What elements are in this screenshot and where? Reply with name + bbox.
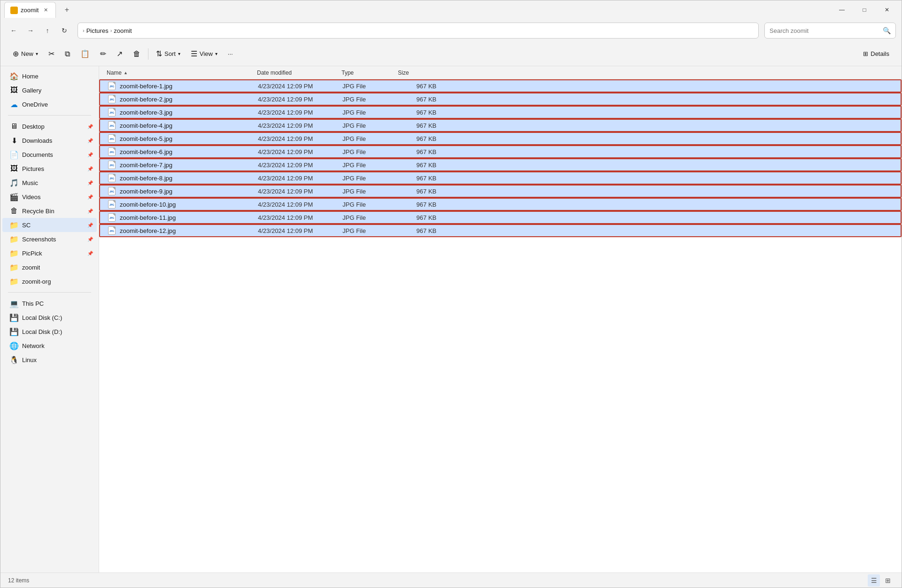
details-button[interactable]: ⊞ Details <box>858 46 894 62</box>
view-button[interactable]: ☰ View ▾ <box>186 46 222 62</box>
sidebar-item-gallery[interactable]: 🖼 Gallery <box>2 83 97 97</box>
file-name-text: zoomit-before-9.jpg <box>120 188 172 195</box>
file-name-text: zoomit-before-2.jpg <box>120 96 172 103</box>
sidebar-item-network[interactable]: 🌐 Network <box>2 339 97 353</box>
file-date-cell: 4/23/2024 12:09 PM <box>258 135 342 142</box>
new-button[interactable]: ⊕ New ▾ <box>8 46 43 62</box>
column-size[interactable]: Size <box>398 70 445 76</box>
refresh-button[interactable]: ↻ <box>57 23 72 38</box>
file-name-text: zoomit-before-12.jpg <box>120 227 176 234</box>
new-tab-button[interactable]: + <box>60 3 74 17</box>
rename-button[interactable]: ✏ <box>95 46 111 62</box>
sidebar-item-screenshots[interactable]: 📁 Screenshots 📌 <box>2 232 97 246</box>
breadcrumb-pictures[interactable]: Pictures <box>86 27 109 34</box>
list-view-button[interactable]: ☰ <box>868 574 880 587</box>
sidebar-item-recyclebin[interactable]: 🗑 Recycle Bin 📌 <box>2 204 97 218</box>
documents-icon: 📄 <box>10 150 18 159</box>
column-type[interactable]: Type <box>342 70 398 76</box>
sidebar-label-localc: Local Disk (C:) <box>22 314 62 321</box>
table-row[interactable]: JPG zoomit-before-10.jpg 4/23/2024 12:09… <box>99 198 902 211</box>
sidebar-item-localc[interactable]: 💾 Local Disk (C:) <box>2 310 97 325</box>
table-row[interactable]: JPG zoomit-before-6.jpg 4/23/2024 12:09 … <box>99 145 902 158</box>
downloads-icon: ⬇ <box>10 136 18 145</box>
file-size-cell: 967 KB <box>399 135 446 142</box>
sidebar-item-thispc[interactable]: 💻 This PC <box>2 296 97 310</box>
table-row[interactable]: JPG zoomit-before-3.jpg 4/23/2024 12:09 … <box>99 106 902 119</box>
toolbar-separator <box>148 48 148 60</box>
search-bar[interactable]: 🔍 <box>764 23 896 39</box>
sidebar-item-home[interactable]: 🏠 Home <box>2 69 97 83</box>
sidebar-item-linux[interactable]: 🐧 Linux <box>2 353 97 367</box>
up-button[interactable]: ↑ <box>40 23 55 38</box>
column-name[interactable]: Name ▲ <box>107 70 257 76</box>
grid-view-button[interactable]: ⊞ <box>882 574 894 587</box>
sidebar-item-picpick[interactable]: 📁 PicPick 📌 <box>2 246 97 260</box>
delete-button[interactable]: 🗑 <box>128 46 145 62</box>
file-type-cell: JPG File <box>342 109 399 116</box>
copy-button[interactable]: ⧉ <box>60 46 75 62</box>
table-row[interactable]: JPG zoomit-before-7.jpg 4/23/2024 12:09 … <box>99 158 902 171</box>
sidebar-item-documents[interactable]: 📄 Documents 📌 <box>2 147 97 162</box>
share-button[interactable]: ↗ <box>112 46 127 62</box>
breadcrumb-bar[interactable]: › Pictures › zoomit <box>78 23 759 39</box>
item-count: 12 items <box>8 577 29 584</box>
sidebar-label-pictures: Pictures <box>22 165 44 172</box>
pin-icon-desktop: 📌 <box>87 124 93 129</box>
file-date-cell: 4/23/2024 12:09 PM <box>258 122 342 129</box>
view-label: View <box>200 50 213 57</box>
sidebar-label-zoomit-org: zoomit-org <box>22 278 51 285</box>
close-button[interactable]: ✕ <box>876 2 898 17</box>
forward-button[interactable]: → <box>23 23 38 38</box>
recyclebin-icon: 🗑 <box>10 207 18 215</box>
cut-button[interactable]: ✂ <box>44 46 59 62</box>
paste-button[interactable]: 📋 <box>76 46 94 62</box>
sidebar-item-videos[interactable]: 🎬 Videos 📌 <box>2 190 97 204</box>
table-row[interactable]: JPG zoomit-before-1.jpg 4/23/2024 12:09 … <box>99 79 902 93</box>
more-button[interactable]: ··· <box>223 46 238 62</box>
table-row[interactable]: JPG zoomit-before-9.jpg 4/23/2024 12:09 … <box>99 185 902 198</box>
tab-close-button[interactable]: ✕ <box>41 6 50 15</box>
table-row[interactable]: JPG zoomit-before-12.jpg 4/23/2024 12:09… <box>99 224 902 237</box>
file-date-cell: 4/23/2024 12:09 PM <box>258 148 342 155</box>
breadcrumb-zoomit: zoomit <box>114 27 132 34</box>
music-icon: 🎵 <box>10 178 18 187</box>
file-name-text: zoomit-before-5.jpg <box>120 135 172 142</box>
sidebar-item-zoomit-org[interactable]: 📁 zoomit-org <box>2 274 97 288</box>
sidebar-label-home: Home <box>22 73 39 80</box>
sidebar-item-onedrive[interactable]: ☁ OneDrive <box>2 97 97 111</box>
search-input[interactable] <box>770 27 880 34</box>
window-controls: — □ ✕ <box>831 2 898 17</box>
file-date-cell: 4/23/2024 12:09 PM <box>258 201 342 208</box>
table-row[interactable]: JPG zoomit-before-4.jpg 4/23/2024 12:09 … <box>99 119 902 132</box>
toolbar: ⊕ New ▾ ✂ ⧉ 📋 ✏ ↗ 🗑 ⇅ Sort ▾ ☰ View <box>0 42 902 66</box>
sidebar-item-locald[interactable]: 💾 Local Disk (D:) <box>2 325 97 339</box>
sidebar-item-desktop[interactable]: 🖥 Desktop 📌 <box>2 119 97 133</box>
file-name-text: zoomit-before-7.jpg <box>120 162 172 169</box>
sidebar-item-zoomit[interactable]: 📁 zoomit <box>2 260 97 274</box>
back-button[interactable]: ← <box>6 23 21 38</box>
active-tab[interactable]: zoomit ✕ <box>4 2 56 18</box>
column-date[interactable]: Date modified <box>257 70 342 76</box>
details-label: Details <box>871 50 889 57</box>
localc-icon: 💾 <box>10 313 18 322</box>
jpg-file-icon: JPG <box>108 121 116 130</box>
file-date-cell: 4/23/2024 12:09 PM <box>258 227 342 234</box>
file-name-cell: JPG zoomit-before-12.jpg <box>108 226 258 235</box>
share-icon: ↗ <box>117 49 123 58</box>
videos-icon: 🎬 <box>10 193 18 201</box>
minimize-button[interactable]: — <box>831 2 853 17</box>
file-date-cell: 4/23/2024 12:09 PM <box>258 175 342 182</box>
sort-arrow-name: ▲ <box>124 70 128 75</box>
sidebar-item-music[interactable]: 🎵 Music 📌 <box>2 176 97 190</box>
table-row[interactable]: JPG zoomit-before-8.jpg 4/23/2024 12:09 … <box>99 171 902 185</box>
table-row[interactable]: JPG zoomit-before-5.jpg 4/23/2024 12:09 … <box>99 132 902 145</box>
table-row[interactable]: JPG zoomit-before-11.jpg 4/23/2024 12:09… <box>99 211 902 224</box>
sidebar-item-downloads[interactable]: ⬇ Downloads 📌 <box>2 133 97 147</box>
table-row[interactable]: JPG zoomit-before-2.jpg 4/23/2024 12:09 … <box>99 93 902 106</box>
pin-icon-sc: 📌 <box>87 223 93 228</box>
sidebar-item-pictures[interactable]: 🖼 Pictures 📌 <box>2 162 97 176</box>
maximize-button[interactable]: □ <box>854 2 875 17</box>
sidebar-label-documents: Documents <box>22 151 53 158</box>
sidebar-item-sc[interactable]: 📁 SC 📌 <box>2 218 97 232</box>
sort-button[interactable]: ⇅ Sort ▾ <box>151 46 185 62</box>
